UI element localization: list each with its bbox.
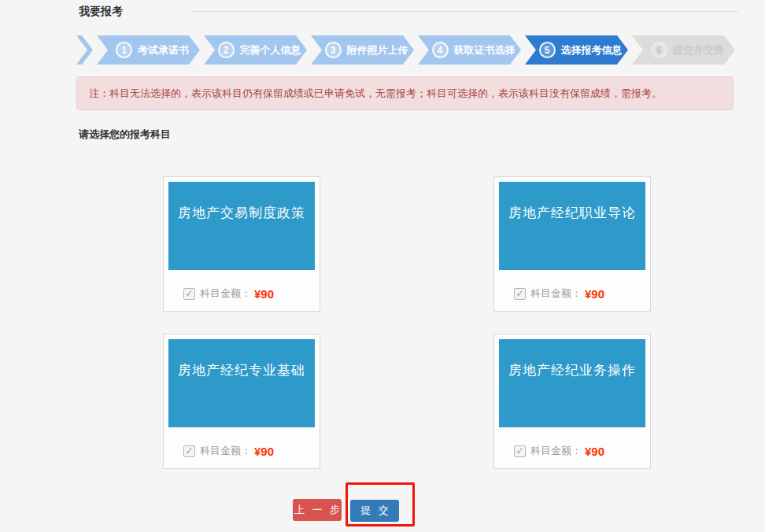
step-label: 考试承诺书 [138, 43, 189, 57]
fee-row: ✓ 科目金额： ¥90 [514, 444, 604, 458]
step-number-badge: 5 [539, 42, 556, 58]
title-divider [191, 11, 738, 12]
fee-value: ¥90 [254, 445, 274, 458]
previous-step-button[interactable]: 上 一 步 [293, 499, 342, 521]
fee-label: 科目金额： [200, 286, 251, 301]
notice-banner: 注：科目无法选择的，表示该科目仍有保留成绩或已申请免试，无需报考；科目可选择的，… [76, 76, 734, 110]
step-number-badge: 6 [651, 42, 667, 58]
subject-checkbox[interactable]: ✓ [514, 445, 526, 457]
wizard-stepper: 1 考试承诺书 2 完善个人信息 3 附件照片上传 4 获取证书选择 5 选择报… [76, 35, 735, 65]
subject-card: 房地产交易制度政策 ✓ 科目金额： ¥90 [163, 176, 320, 312]
fee-label: 科目金额： [200, 444, 251, 458]
subject-tile[interactable]: 房地产经纪专业基础 [168, 339, 315, 427]
step-select-exam-info[interactable]: 5 选择报考信息 [525, 35, 628, 65]
step-label: 提交并交费 [673, 43, 724, 57]
step-personal-info[interactable]: 2 完善个人信息 [204, 35, 307, 65]
subject-tile[interactable]: 房地产经纪业务操作 [499, 339, 645, 427]
step-number-badge: 4 [432, 42, 449, 58]
step-exam-commitment[interactable]: 1 考试承诺书 [97, 35, 200, 65]
step-label: 完善个人信息 [240, 43, 301, 57]
step-certificate-choice[interactable]: 4 获取证书选择 [418, 35, 521, 65]
subject-card: 房地产经纪业务操作 ✓ 科目金额： ¥90 [493, 334, 651, 469]
page-title: 我要报考 [79, 5, 123, 19]
fee-label: 科目金额： [530, 286, 582, 301]
fee-row: ✓ 科目金额： ¥90 [514, 286, 604, 301]
subject-checkbox[interactable]: ✓ [183, 288, 195, 300]
section-label: 请选择您的报考科目 [79, 127, 171, 142]
subject-checkbox[interactable]: ✓ [514, 288, 526, 300]
fee-label: 科目金额： [530, 444, 582, 458]
step-number-badge: 2 [218, 42, 235, 58]
fee-row: ✓ 科目金额： ¥90 [183, 444, 274, 458]
subject-tile[interactable]: 房地产经纪职业导论 [499, 182, 645, 270]
step-photo-upload[interactable]: 3 附件照片上传 [311, 35, 414, 65]
step-label: 获取证书选择 [454, 43, 516, 57]
subject-card: 房地产经纪专业基础 ✓ 科目金额： ¥90 [163, 334, 320, 469]
fee-value: ¥90 [585, 287, 604, 301]
step-number-badge: 1 [116, 42, 132, 58]
subject-tile[interactable]: 房地产交易制度政策 [168, 182, 315, 270]
fee-row: ✓ 科目金额： ¥90 [183, 286, 274, 301]
subject-checkbox[interactable]: ✓ [183, 445, 195, 457]
stepper-lead-chevron-icon [76, 35, 93, 65]
subject-card: 房地产经纪职业导论 ✓ 科目金额： ¥90 [493, 176, 651, 312]
step-number-badge: 3 [325, 42, 342, 58]
fee-value: ¥90 [254, 287, 274, 301]
step-label: 附件照片上传 [347, 43, 408, 57]
submit-button[interactable]: 提 交 [350, 500, 399, 522]
step-label: 选择报考信息 [561, 43, 623, 57]
step-submit-pay: 6 提交并交费 [632, 35, 735, 65]
fee-value: ¥90 [585, 445, 604, 458]
